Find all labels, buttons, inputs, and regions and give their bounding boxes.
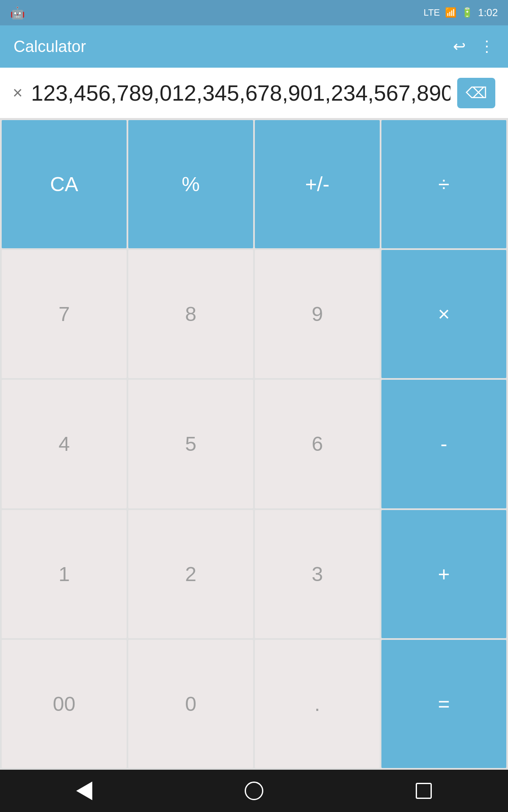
- one-button[interactable]: 1: [2, 510, 127, 638]
- nav-bar: [0, 770, 508, 812]
- keypad-row-5: 00 0 . =: [2, 640, 506, 768]
- subtract-button[interactable]: -: [381, 380, 506, 508]
- keypad: CA % +/- ÷ 7 8 9 × 4 5 6 - 1 2 3 + 00 0 …: [0, 118, 508, 770]
- eight-button[interactable]: 8: [128, 250, 253, 378]
- four-button[interactable]: 4: [2, 380, 127, 508]
- more-options-button[interactable]: ⋮: [479, 38, 494, 55]
- nine-button[interactable]: 9: [255, 250, 380, 378]
- seven-button[interactable]: 7: [2, 250, 127, 378]
- keypad-row-1: CA % +/- ÷: [2, 120, 506, 248]
- three-button[interactable]: 3: [255, 510, 380, 638]
- home-nav-icon[interactable]: [245, 782, 263, 800]
- ca-button[interactable]: CA: [2, 120, 127, 248]
- display-area: × 123,456,789,012,345,678,901,234,567,89…: [0, 68, 508, 118]
- two-button[interactable]: 2: [128, 510, 253, 638]
- status-bar-left: 🤖: [10, 6, 25, 20]
- undo-button[interactable]: ↩: [453, 38, 466, 55]
- recents-nav-icon[interactable]: [416, 783, 432, 799]
- keypad-row-2: 7 8 9 ×: [2, 250, 506, 378]
- backspace-icon: ⌫: [466, 84, 487, 102]
- android-icon: 🤖: [10, 6, 25, 20]
- add-button[interactable]: +: [381, 510, 506, 638]
- multiply-button[interactable]: ×: [381, 250, 506, 378]
- battery-icon: 🔋: [461, 7, 473, 18]
- double-zero-button[interactable]: 00: [2, 640, 127, 768]
- keypad-row-3: 4 5 6 -: [2, 380, 506, 508]
- divide-button[interactable]: ÷: [381, 120, 506, 248]
- lte-indicator: LTE: [424, 7, 440, 18]
- keypad-row-4: 1 2 3 +: [2, 510, 506, 638]
- back-nav-icon[interactable]: [76, 782, 92, 800]
- signal-icon: 📶: [445, 7, 456, 18]
- display-value: 123,456,789,012,345,678,901,234,567,890: [31, 80, 450, 106]
- app-bar-actions: ↩ ⋮: [453, 38, 494, 55]
- app-title: Calculator: [14, 38, 86, 56]
- operator-display: ×: [13, 83, 22, 102]
- zero-button[interactable]: 0: [128, 640, 253, 768]
- status-bar-right: LTE 📶 🔋 1:02: [424, 7, 498, 19]
- plus-minus-button[interactable]: +/-: [255, 120, 380, 248]
- backspace-button[interactable]: ⌫: [457, 78, 495, 108]
- status-time: 1:02: [478, 7, 498, 19]
- status-bar: 🤖 LTE 📶 🔋 1:02: [0, 0, 508, 25]
- percent-button[interactable]: %: [128, 120, 253, 248]
- app-bar: Calculator ↩ ⋮: [0, 25, 508, 68]
- five-button[interactable]: 5: [128, 380, 253, 508]
- six-button[interactable]: 6: [255, 380, 380, 508]
- decimal-button[interactable]: .: [255, 640, 380, 768]
- equals-button[interactable]: =: [381, 640, 506, 768]
